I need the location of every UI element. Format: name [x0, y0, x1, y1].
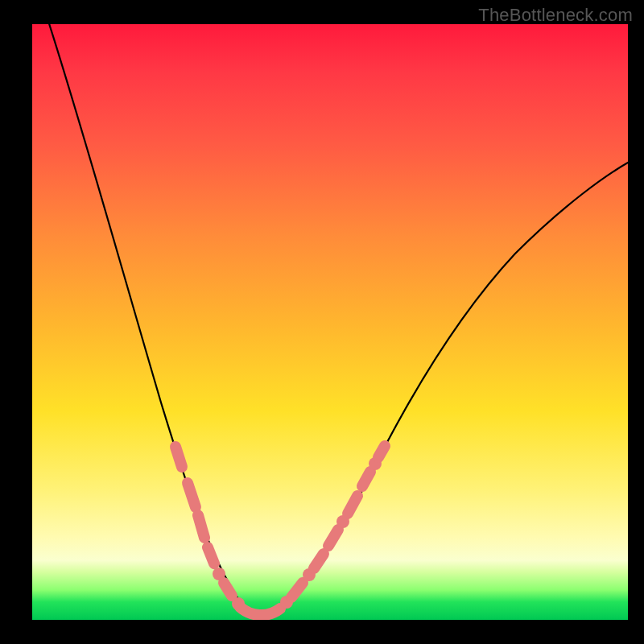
optimal-range-overlay — [175, 446, 385, 615]
plot-area — [32, 24, 628, 620]
curve-layer — [32, 24, 628, 620]
watermark-text: TheBottleneck.com — [478, 5, 633, 26]
chart-frame: TheBottleneck.com — [0, 0, 644, 644]
